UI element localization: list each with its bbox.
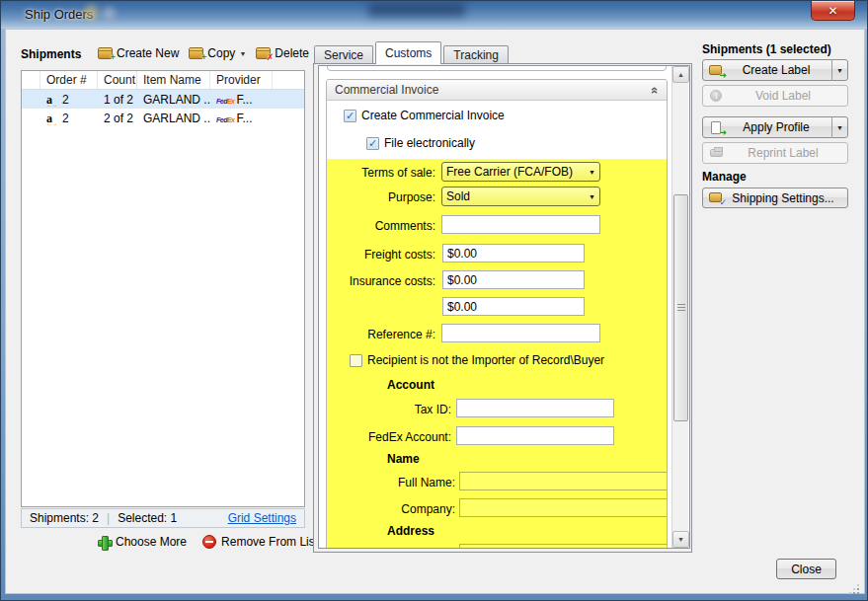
tab-service[interactable]: Service: [314, 45, 373, 64]
invoice-fields-zone: Terms of sale: Free Carrier (FCA/FOB) ▼ …: [327, 159, 667, 549]
status-selected-count: Selected: 1: [118, 511, 177, 525]
create-invoice-checkbox[interactable]: [344, 110, 356, 122]
amazon-icon: a: [46, 94, 59, 106]
shipments-toolbar: + Create New + Copy ▼ ✗ Delete: [98, 46, 309, 60]
table-row[interactable]: a2 1 of 2 GARLAND ... FedExF...: [22, 90, 304, 109]
scrollbar-thumb[interactable]: [673, 194, 688, 421]
blurred-region: [84, 5, 99, 20]
street-input[interactable]: [459, 544, 668, 549]
void-label-button[interactable]: Void Label: [702, 85, 848, 107]
purpose-select[interactable]: Sold ▼: [441, 187, 600, 206]
tab-tracking[interactable]: Tracking: [443, 45, 509, 64]
delete-button[interactable]: ✗ Delete: [256, 46, 309, 60]
terms-of-sale-label: Terms of sale:: [327, 166, 435, 180]
file-electronically-row: File electronically: [366, 136, 475, 150]
shipping-settings-icon: ✓: [709, 191, 725, 204]
company-label: Company:: [327, 502, 455, 516]
resize-grip[interactable]: [849, 584, 859, 594]
file-electronically-checkbox[interactable]: [366, 137, 379, 150]
create-new-box-icon: +: [98, 47, 113, 59]
chevron-down-icon: ▼: [589, 193, 595, 200]
recipient-importer-checkbox[interactable]: [350, 354, 362, 367]
list-actions: Choose More Remove From List: [98, 535, 318, 549]
table-header-row: Order # Count Item Name Provider: [22, 71, 304, 90]
status-shipments-count: Shipments: 2: [30, 511, 99, 525]
address-section-header: Address: [387, 524, 434, 538]
chevron-down-icon: ▼: [589, 169, 595, 176]
titlebar[interactable]: Ship Orders ✕: [1, 1, 867, 29]
column-header-provider[interactable]: Provider: [210, 71, 273, 89]
titlebar-close-button[interactable]: ✕: [811, 1, 855, 21]
apply-profile-icon: ➜: [709, 121, 725, 134]
extra-cost-input[interactable]: [442, 297, 585, 316]
delete-box-icon: ✗: [256, 47, 271, 59]
shipments-heading: Shipments: [21, 47, 81, 61]
previous-group-bottom-edge: [327, 65, 667, 71]
full-name-label: Full Name:: [327, 476, 455, 489]
copy-button[interactable]: + Copy ▼: [189, 46, 246, 60]
tax-id-label: Tax ID:: [327, 403, 451, 416]
tab-customs[interactable]: Customs: [375, 41, 441, 64]
scroll-down-icon[interactable]: ▼: [672, 531, 689, 548]
blurred-region: [103, 7, 116, 20]
plus-icon: [98, 536, 111, 549]
create-label-button[interactable]: ➜ Create Label ▼: [702, 59, 848, 81]
void-label-icon: [709, 90, 725, 103]
remove-icon: [202, 535, 216, 549]
apply-profile-button[interactable]: ➜ Apply Profile ▼: [702, 116, 848, 138]
full-name-input[interactable]: [459, 472, 668, 490]
grid-settings-link[interactable]: Grid Settings: [228, 511, 296, 525]
reference-label: Reference #:: [327, 328, 435, 341]
column-header-item-name[interactable]: Item Name: [137, 71, 210, 89]
account-section-header: Account: [387, 378, 434, 392]
terms-of-sale-select[interactable]: Free Carrier (FCA/FOB) ▼: [441, 162, 600, 182]
column-header-order[interactable]: Order #: [40, 71, 98, 89]
invoice-checkbox-zone: Create Commercial Invoice File electroni…: [327, 101, 667, 159]
shipments-table: Order # Count Item Name Provider a2 1 of…: [21, 70, 305, 507]
create-new-button[interactable]: + Create New: [98, 46, 179, 60]
company-input[interactable]: [459, 498, 668, 517]
blurred-region: [368, 3, 465, 17]
remove-from-list-button[interactable]: Remove From List: [202, 535, 318, 549]
copy-box-icon: +: [189, 47, 203, 59]
name-section-header: Name: [387, 452, 420, 466]
insurance-costs-input[interactable]: [442, 270, 585, 289]
close-button[interactable]: Close: [776, 559, 836, 579]
table-row[interactable]: a2 2 of 2 GARLAND ... FedExF...: [22, 109, 304, 127]
amazon-icon: a: [46, 113, 59, 124]
reprint-label-icon: [709, 147, 725, 160]
scroll-up-icon[interactable]: ▲: [672, 66, 689, 83]
commercial-invoice-group: Commercial Invoice « Create Commercial I…: [326, 79, 668, 549]
column-header-count[interactable]: Count: [98, 71, 137, 89]
group-title: Commercial Invoice: [335, 83, 438, 97]
manage-heading: Manage: [702, 170, 747, 184]
tax-id-input[interactable]: [456, 399, 614, 417]
reference-input[interactable]: [441, 324, 600, 342]
shipping-settings-button[interactable]: ✓ Shipping Settings...: [702, 188, 848, 208]
fedex-account-input[interactable]: [456, 426, 614, 445]
selected-shipments-heading: Shipments (1 selected): [702, 42, 831, 56]
fedex-logo: FedEx: [216, 98, 235, 105]
create-label-dropdown-icon[interactable]: ▼: [831, 59, 847, 81]
freight-costs-input[interactable]: [442, 244, 585, 263]
create-label-icon: ➜: [709, 64, 725, 77]
fedex-logo: FedEx: [216, 116, 235, 123]
copy-dropdown-icon[interactable]: ▼: [239, 50, 246, 57]
vertical-scrollbar[interactable]: ▲ ▼: [671, 66, 688, 548]
shipment-tabs: Service Customs Tracking: [314, 41, 511, 64]
street-label: Street:: [327, 548, 455, 549]
shipments-statusbar: Shipments: 2 | Selected: 1 Grid Settings: [21, 508, 305, 528]
collapse-chevron-icon[interactable]: «: [648, 86, 663, 93]
reprint-label-button[interactable]: Reprint Label: [702, 142, 848, 164]
close-icon: ✕: [828, 5, 837, 17]
commercial-invoice-header[interactable]: Commercial Invoice «: [327, 80, 667, 101]
window-title: Ship Orders: [25, 7, 93, 22]
recipient-importer-row: Recipient is not the Importer of Record\…: [350, 353, 604, 367]
purpose-label: Purpose:: [327, 190, 435, 204]
customs-scroll-viewport: Commercial Invoice « Create Commercial I…: [318, 65, 690, 549]
comments-input[interactable]: [441, 215, 600, 234]
apply-profile-dropdown-icon[interactable]: ▼: [831, 116, 847, 138]
choose-more-button[interactable]: Choose More: [98, 535, 187, 549]
fedex-account-label: FedEx Account:: [327, 430, 451, 444]
ship-orders-window: Ship Orders ✕ Shipments + Create New + C…: [0, 0, 868, 601]
